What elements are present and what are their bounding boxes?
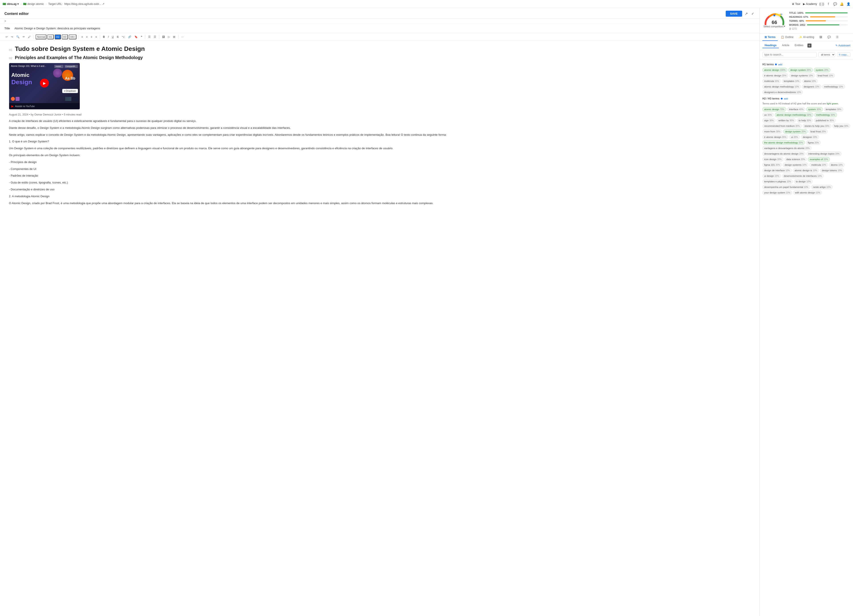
table-button[interactable]: ⊞ xyxy=(172,35,176,39)
format-h2[interactable]: H2 xyxy=(55,35,61,39)
copy-button[interactable]: ⎘ copy... xyxy=(837,52,850,57)
tag-item[interactable]: more from30% xyxy=(762,129,782,134)
tag-item[interactable]: figma 10120% xyxy=(762,162,782,167)
tag-item[interactable]: desenvolvimento de interfaces10% xyxy=(782,174,824,178)
format-h4[interactable]: H4+ xyxy=(69,35,77,39)
format-h1[interactable]: H1 xyxy=(47,35,53,39)
save-button[interactable]: SAVE xyxy=(726,11,742,17)
tag-item[interactable]: your design system10% xyxy=(762,190,792,195)
tag-item[interactable]: published in30% xyxy=(814,118,836,123)
check-button[interactable]: ✓ xyxy=(750,11,755,17)
more-button[interactable]: ··· xyxy=(180,35,185,39)
video-dropdown[interactable]: ▾ Dropdown xyxy=(62,89,78,93)
tag-item[interactable]: templates10% xyxy=(782,79,801,83)
tag-item[interactable]: design tokens10% xyxy=(820,168,844,173)
tag-item[interactable]: templates30% xyxy=(824,107,843,112)
tag-item[interactable]: é atomic design20% xyxy=(762,73,788,78)
tag-item[interactable]: icon design20% xyxy=(762,157,783,161)
bookmark-button[interactable]: 🔖 xyxy=(133,35,139,39)
sub-tab-article[interactable]: Article xyxy=(780,43,791,48)
tag-item[interactable]: ui design10% xyxy=(762,174,781,178)
tag-item[interactable]: data science20% xyxy=(785,157,807,161)
tag-item[interactable]: é atomic design20% xyxy=(762,135,788,139)
image-button[interactable]: 🖼 xyxy=(161,35,166,39)
tab-image[interactable]: 🖼 xyxy=(817,34,824,41)
redo-button[interactable]: ↪ xyxy=(10,35,14,39)
tab-list[interactable]: ☰ xyxy=(834,34,841,41)
list-ol-button[interactable]: ☰ xyxy=(153,35,157,39)
embed-button[interactable]: ▷ xyxy=(167,35,171,39)
tag-item[interactable]: recommended from medium30% xyxy=(762,124,802,128)
tab-chat[interactable]: 💬 xyxy=(825,34,833,41)
tag-item[interactable]: brad frost20% xyxy=(809,129,827,134)
tag-item[interactable]: desempenha um papel fundamental10% xyxy=(762,185,810,189)
video-embed[interactable]: Atomic Design 101: What is it and... Ass… xyxy=(9,63,80,109)
tag-item[interactable]: designer20% xyxy=(801,135,819,139)
tag-item[interactable]: atomic design is10% xyxy=(793,168,819,173)
align-justify-button[interactable]: ≡ xyxy=(94,35,98,39)
tag-item[interactable]: templates e páginas10% xyxy=(762,179,793,184)
tag-item[interactable]: brad frost10% xyxy=(816,73,835,78)
sub-tab-entities[interactable]: Entities xyxy=(792,43,806,48)
tab-ai-writing[interactable]: ✨ AI-writing xyxy=(797,34,817,41)
paint-button[interactable]: ✏ xyxy=(21,35,26,39)
tag-item[interactable]: ui20% xyxy=(789,135,800,139)
breadcrumb[interactable]: > xyxy=(0,19,759,24)
sub-tab-headings[interactable]: Headings xyxy=(762,43,779,48)
tag-item[interactable]: designers10% xyxy=(802,84,821,89)
tag-item[interactable]: examples of20% xyxy=(808,157,830,161)
strikethrough-button[interactable]: S xyxy=(116,35,120,39)
tag-item[interactable]: atomic design70% xyxy=(762,107,786,112)
link-paint-button[interactable]: 🖊 xyxy=(27,35,32,39)
tag-item[interactable]: atomic design methodology10% xyxy=(762,84,801,89)
tag-item[interactable]: figma20% xyxy=(806,140,821,145)
tag-item[interactable]: the atomic design methodology20% xyxy=(762,140,805,145)
tag-item[interactable]: design de interface10% xyxy=(762,168,792,173)
tag-item[interactable]: neste artigo10% xyxy=(811,185,833,189)
tour-button[interactable]: 🖥 Tour xyxy=(792,2,800,6)
format-h3[interactable]: H3 xyxy=(62,35,68,39)
tag-item[interactable]: atomic design methodology30% xyxy=(775,112,813,117)
align-right-button[interactable]: ≡ xyxy=(90,35,93,39)
tag-item[interactable]: design systems10% xyxy=(783,162,808,167)
brand-logo[interactable]: 🇧🇷 obra.ag ▾ xyxy=(3,2,19,6)
chat-icon[interactable]: 💬 xyxy=(833,2,837,6)
tag-item[interactable]: design system20% xyxy=(783,129,807,134)
h1-add-button[interactable]: add xyxy=(778,63,782,66)
broadcast-icon[interactable]: ((·)) xyxy=(820,2,824,6)
tag-item[interactable]: design system20% xyxy=(788,68,813,72)
list-ul-button[interactable]: ☰ xyxy=(147,35,152,39)
tag-item[interactable]: methodology30% xyxy=(814,112,837,117)
bell-icon[interactable]: 🔔 xyxy=(840,2,844,6)
tag-item[interactable]: molécula10% xyxy=(809,162,828,167)
nav-url-link[interactable]: https://blog.obra.ag/tudo-sobr... ↗ xyxy=(64,2,104,6)
link-button[interactable]: 🔗 xyxy=(127,35,132,39)
h2h3-add-button[interactable]: add xyxy=(784,97,788,100)
settings-icon[interactable]: ⚙ xyxy=(807,44,812,47)
tag-item[interactable]: system30% xyxy=(806,107,823,112)
code-button[interactable]: ⌥ xyxy=(121,35,126,39)
format-normal[interactable]: Normal xyxy=(35,35,46,39)
tab-outline[interactable]: 📋 Outline xyxy=(779,34,796,41)
tag-item[interactable]: átomo10% xyxy=(802,79,818,83)
tag-item[interactable]: help you30% xyxy=(832,124,850,128)
tab-terms[interactable]: ⊞ Terms xyxy=(762,34,778,41)
nav-design-atomic[interactable]: 🇧🇷 design atomic xyxy=(23,2,44,6)
assist-btn[interactable]: Assist... xyxy=(54,65,64,68)
tag-item[interactable]: átomo10% xyxy=(829,162,845,167)
tag-item[interactable]: system20% xyxy=(814,68,830,72)
search-input[interactable] xyxy=(762,52,817,57)
user-icon[interactable]: 👤 xyxy=(846,2,850,6)
tag-item[interactable]: atomic design100% xyxy=(762,68,787,72)
tag-item[interactable]: designers e desenvolvedores10% xyxy=(762,90,803,94)
tag-item[interactable]: with atomic design10% xyxy=(793,190,822,195)
tag-item[interactable]: stories to help you30% xyxy=(803,124,831,128)
editor-content[interactable]: H1 Tudo sobre Design System e Atomic Des… xyxy=(0,41,759,616)
tag-item[interactable]: interesting design topics20% xyxy=(807,152,841,156)
align-center-button[interactable]: ≡ xyxy=(85,35,89,39)
share-btn[interactable]: Compartilh... xyxy=(64,65,78,68)
tag-item[interactable]: molécula10% xyxy=(762,79,781,83)
tag-item[interactable]: to design10% xyxy=(794,179,813,184)
italic-button[interactable]: I xyxy=(107,35,110,39)
search-button[interactable]: 🔍 xyxy=(15,35,21,39)
